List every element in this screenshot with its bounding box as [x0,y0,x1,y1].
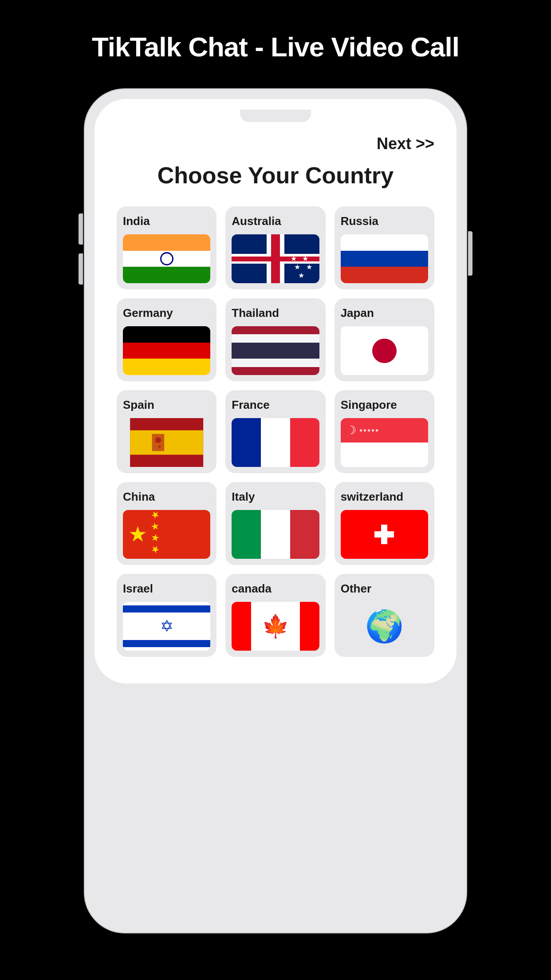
flag-switzerland [341,510,428,559]
svg-text:⚜: ⚜ [157,444,162,450]
phone-screen: Next >> Choose Your Country India [94,99,457,684]
flag-australia: ★ ★ ★ ★ ★ [232,234,319,283]
country-card-india[interactable]: India [117,206,216,289]
sg-stars-icon: ★★★★★ [359,428,379,433]
country-card-spain[interactable]: Spain ⚜ [117,390,216,473]
svg-rect-1 [130,431,203,455]
screen-content: Next >> Choose Your Country India [94,126,457,670]
flag-india [123,234,210,283]
country-name-france: France [232,398,319,412]
country-card-israel[interactable]: Israel ✡ [117,574,216,657]
country-card-china[interactable]: China ★ ★ ★ ★ ★ [117,482,216,565]
country-name-australia: Australia [232,214,319,228]
country-grid: India Australia [112,206,439,657]
country-name-singapore: Singapore [341,398,428,412]
flag-italy [232,510,319,559]
country-card-other[interactable]: Other 🌍 [335,574,434,657]
country-name-russia: Russia [341,214,428,228]
power-button [468,231,472,276]
vol-up-button [79,213,83,245]
country-name-italy: Italy [232,490,319,504]
maple-leaf-icon: 🍁 [262,615,289,637]
flag-japan [341,326,428,375]
phone-frame: Next >> Choose Your Country India [85,89,466,933]
next-button-area[interactable]: Next >> [112,126,439,158]
page-title: Choose Your Country [112,162,439,189]
svg-point-3 [155,437,161,443]
flag-china: ★ ★ ★ ★ ★ [123,510,210,559]
flag-germany [123,326,210,375]
vol-down-button [79,253,83,285]
country-name-japan: Japan [341,306,428,320]
country-card-japan[interactable]: Japan [335,298,434,381]
country-name-germany: Germany [123,306,210,320]
country-name-israel: Israel [123,582,210,596]
flag-thailand [232,326,319,375]
country-card-russia[interactable]: Russia [335,206,434,289]
country-card-australia[interactable]: Australia ★ ★ ★ ★ ★ [225,206,325,289]
flag-other: 🌍 [341,602,428,651]
country-name-other: Other [341,582,428,596]
globe-icon: 🌍 [365,608,404,644]
notch-bar [94,99,457,126]
country-card-germany[interactable]: Germany [117,298,216,381]
flag-singapore: ☽ ★★★★★ [341,418,428,467]
next-button[interactable]: Next >> [377,134,434,153]
flag-spain: ⚜ [123,418,210,467]
sg-crescent-icon: ☽ [346,423,356,437]
country-name-thailand: Thailand [232,306,319,320]
app-title: TikTalk Chat - Live Video Call [92,31,459,63]
country-card-canada[interactable]: canada 🍁 [225,574,325,657]
flag-canada: 🍁 [232,602,319,651]
flag-russia [341,234,428,283]
notch [240,110,311,122]
country-card-thailand[interactable]: Thailand [225,298,325,381]
country-name-canada: canada [232,582,319,596]
star-of-david-icon: ✡ [160,618,173,634]
country-name-india: India [123,214,210,228]
country-card-france[interactable]: France [225,390,325,473]
country-card-switzerland[interactable]: switzerland [335,482,434,565]
country-name-switzerland: switzerland [341,490,428,504]
flag-france [232,418,319,467]
country-card-italy[interactable]: Italy [225,482,325,565]
country-card-singapore[interactable]: Singapore ☽ ★★★★★ [335,390,434,473]
country-name-spain: Spain [123,398,210,412]
flag-israel: ✡ [123,602,210,651]
country-name-china: China [123,490,210,504]
